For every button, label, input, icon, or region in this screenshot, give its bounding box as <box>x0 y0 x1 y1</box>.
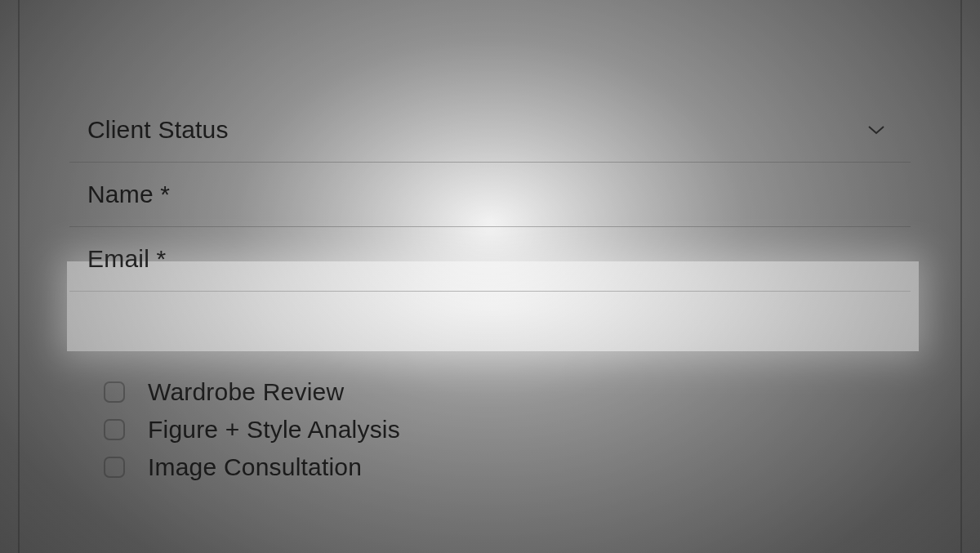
checkbox-label: Figure + Style Analysis <box>148 416 400 444</box>
service-option-wardrobe-review[interactable]: Wardrobe Review <box>104 378 893 406</box>
service-option-image-consultation[interactable]: Image Consultation <box>104 453 893 481</box>
client-status-select[interactable]: Client Status <box>69 98 911 163</box>
checkbox-label: Image Consultation <box>148 453 362 481</box>
checkbox-icon[interactable] <box>104 419 125 440</box>
frame-border-left <box>18 0 20 553</box>
checkbox-icon[interactable] <box>104 457 125 478</box>
services-checkbox-list: Wardrobe Review Figure + Style Analysis … <box>87 378 893 481</box>
name-field[interactable]: Name * <box>69 163 911 227</box>
checkbox-label: Wardrobe Review <box>148 378 344 406</box>
email-field[interactable]: Email * <box>69 227 911 292</box>
service-option-figure-style-analysis[interactable]: Figure + Style Analysis <box>104 416 893 444</box>
frame-border-right <box>960 0 962 553</box>
form-container: Client Status Name * Email * Services of… <box>69 0 911 553</box>
checkbox-icon[interactable] <box>104 381 125 403</box>
